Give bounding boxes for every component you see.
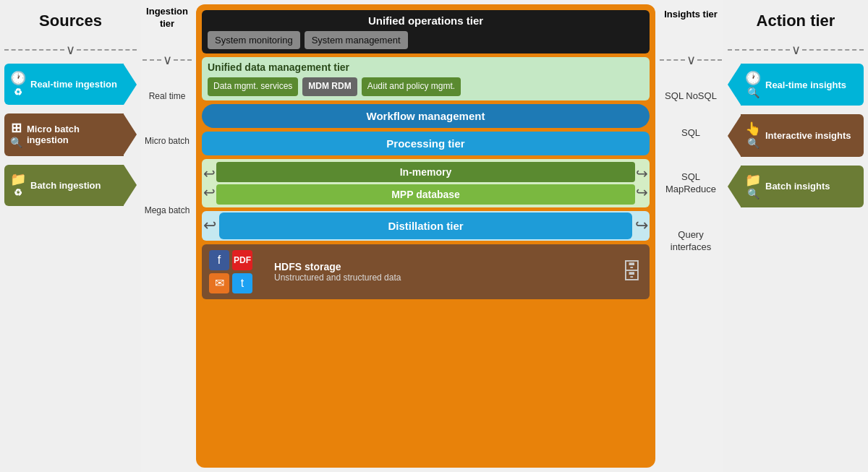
orange-container: Unified operations tier System monitorin… bbox=[196, 4, 655, 468]
data-mgmt-box: Data mgmt. services bbox=[208, 77, 298, 96]
workflow-management-bar: Workflow management bbox=[202, 104, 650, 128]
hdfs-subtitle: Unstructured and structured data bbox=[274, 273, 401, 283]
action-realtime-point bbox=[728, 64, 741, 105]
twitter-icon: t bbox=[232, 273, 252, 293]
ingestion-megabatch-label: Mega batch bbox=[145, 163, 190, 257]
hdfs-title: HDFS storage bbox=[274, 261, 401, 273]
mail-icon: ✉ bbox=[209, 273, 229, 293]
insights-title: Insights tier bbox=[664, 6, 718, 49]
hdfs-storage-box: f PDF ✉ t HDFS storage Unstructured and … bbox=[202, 244, 650, 299]
memory-section: ↩ ↩ In-memory MPP database ↪ ↪ bbox=[202, 159, 650, 207]
mpp-bar: MPP database bbox=[216, 184, 635, 205]
action-batch-point bbox=[728, 166, 741, 207]
source-batch-icon: 📁♻ bbox=[10, 172, 26, 199]
system-monitoring-box: System monitoring bbox=[208, 31, 300, 49]
ingestion-title: Ingestion tier bbox=[142, 6, 192, 30]
source-realtime: 🕐♻ Real-time ingestion bbox=[4, 64, 137, 105]
distillation-arrow-right: ↪ bbox=[635, 216, 648, 235]
action-interactive-label: Interactive insights bbox=[765, 130, 851, 141]
unified-data-title: Unified data management tier bbox=[208, 61, 644, 73]
action-batch-label: Batch insights bbox=[765, 181, 830, 192]
ingestion-microbatch-label: Micro batch bbox=[145, 119, 190, 163]
main-layout: Sources ∨ 🕐♻ Real-time ingestion ⊞🔍 Micr… bbox=[0, 0, 868, 472]
ingestion-chevron: ∨ bbox=[161, 52, 174, 68]
unified-data-tier: Unified data management tier Data mgmt. … bbox=[202, 57, 650, 100]
action-batch-body: 📁🔍 Batch insights bbox=[741, 166, 864, 207]
pdf-icon: PDF bbox=[232, 250, 252, 270]
ingestion-labels-column: Ingestion tier ∨ Real time Micro batch M… bbox=[141, 0, 193, 472]
action-interactive: 👆🔍 Interactive insights bbox=[728, 114, 864, 156]
insights-labels-column: Insights tier ∨ SQL NoSQL SQL SQL MapRed… bbox=[658, 0, 723, 472]
source-realtime-label: Real-time ingestion bbox=[30, 79, 117, 90]
insights-divider: ∨ bbox=[660, 52, 722, 68]
action-interactive-icon: 👆🔍 bbox=[745, 121, 761, 149]
source-batch-label: Batch ingestion bbox=[30, 180, 101, 191]
action-realtime: 🕐🔍 Real-time insights bbox=[728, 64, 864, 106]
audit-policy-box: Audit and policy mgmt. bbox=[362, 77, 461, 96]
ingestion-divider: ∨ bbox=[142, 52, 192, 68]
source-batch-point bbox=[124, 165, 137, 205]
sources-title: Sources bbox=[4, 6, 137, 39]
hdfs-icons-group: f PDF ✉ t bbox=[209, 250, 267, 293]
distillation-arrow-left: ↩ bbox=[203, 216, 216, 235]
source-microbatch-point bbox=[124, 114, 137, 155]
source-microbatch: ⊞🔍 Micro batch ingestion bbox=[4, 113, 137, 155]
action-chevron: ∨ bbox=[790, 42, 802, 58]
insights-sql-mapreduce-label: SQL MapReduce bbox=[660, 147, 722, 220]
insights-sql-nosql-label: SQL NoSQL bbox=[665, 74, 717, 119]
action-divider: ∨ bbox=[728, 42, 864, 58]
action-column: Action tier ∨ 🕐🔍 Real-time insights 👆🔍 bbox=[723, 0, 868, 472]
source-batch-body: 📁♻ Batch ingestion bbox=[4, 165, 124, 206]
action-interactive-body: 👆🔍 Interactive insights bbox=[741, 114, 864, 156]
source-microbatch-body: ⊞🔍 Micro batch ingestion bbox=[4, 113, 124, 155]
unified-ops-boxes: System monitoring System management bbox=[208, 31, 644, 49]
hdfs-text-group: HDFS storage Unstructured and structured… bbox=[274, 261, 401, 283]
source-realtime-icon: 🕐♻ bbox=[10, 71, 26, 98]
ingestion-realtime-label: Real time bbox=[149, 74, 186, 119]
source-realtime-body: 🕐♻ Real-time ingestion bbox=[4, 64, 124, 105]
source-microbatch-label: Micro batch ingestion bbox=[27, 124, 119, 145]
insights-chevron: ∨ bbox=[685, 52, 697, 68]
action-batch: 📁🔍 Batch insights bbox=[728, 166, 864, 207]
unified-ops-tier: Unified operations tier System monitorin… bbox=[202, 10, 650, 53]
source-microbatch-icon: ⊞🔍 bbox=[10, 121, 22, 148]
memory-arrows-left: ↩ ↩ bbox=[203, 165, 216, 201]
sources-chevron: ∨ bbox=[64, 42, 77, 58]
action-realtime-icon: 🕐🔍 bbox=[745, 71, 761, 98]
sources-column: Sources ∨ 🕐♻ Real-time ingestion ⊞🔍 Micr… bbox=[0, 0, 141, 472]
mdm-rdm-box: MDM RDM bbox=[302, 77, 357, 96]
system-management-box: System management bbox=[305, 31, 408, 49]
processing-tier-bar: Processing tier bbox=[202, 132, 650, 155]
distillation-bar: Distillation tier bbox=[219, 213, 632, 239]
action-title: Action tier bbox=[728, 6, 864, 39]
facebook-icon: f bbox=[209, 250, 229, 270]
action-interactive-point bbox=[728, 116, 741, 156]
action-realtime-label: Real-time insights bbox=[765, 80, 846, 90]
memory-arrows-right: ↪ ↪ bbox=[636, 165, 648, 201]
center-column: Unified operations tier System monitorin… bbox=[193, 0, 658, 472]
hdfs-database-icon: 🗄 bbox=[621, 259, 642, 284]
source-realtime-point bbox=[124, 64, 137, 105]
source-batch: 📁♻ Batch ingestion bbox=[4, 165, 137, 206]
action-realtime-body: 🕐🔍 Real-time insights bbox=[741, 64, 864, 106]
insights-query-label: Query interfaces bbox=[660, 220, 722, 263]
insights-sql-label: SQL bbox=[681, 119, 700, 147]
data-boxes: Data mgmt. services MDM RDM Audit and po… bbox=[208, 77, 644, 96]
unified-ops-title: Unified operations tier bbox=[208, 14, 644, 27]
distillation-section: ↩ Distillation tier ↪ bbox=[202, 211, 650, 241]
inmemory-bar: In-memory bbox=[216, 162, 635, 182]
action-batch-icon: 📁🔍 bbox=[745, 173, 761, 200]
ingestion-title-row: Ingestion tier bbox=[142, 6, 192, 49]
sources-divider: ∨ bbox=[4, 42, 137, 58]
